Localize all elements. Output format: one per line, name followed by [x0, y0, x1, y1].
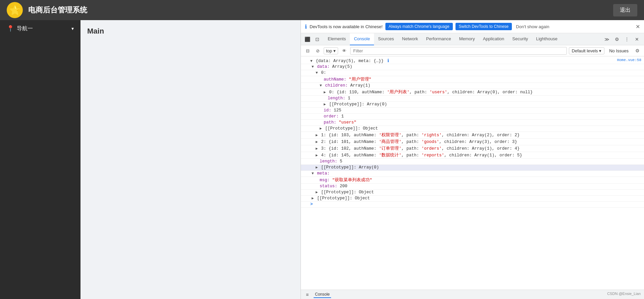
- console-entry-proto-obj3: ▶ [[Prototype]]: Object: [301, 196, 644, 202]
- console-entry-proto-array: ▶ [[Prototype]]: Array(0): [301, 102, 644, 108]
- devtools-device-icon[interactable]: ⊡: [313, 35, 322, 44]
- console-value: 200: [340, 184, 347, 189]
- console-key: authName:: [324, 77, 349, 82]
- nav-arrow-icon: ▾: [71, 26, 74, 31]
- tab-network[interactable]: Network: [398, 33, 422, 45]
- overflow-menu-icon[interactable]: ⋮: [623, 35, 631, 44]
- expand-arrow[interactable]: ▶: [316, 153, 318, 157]
- devtools-tab-bar: ⬛ ⊡ Elements Console Sources Network Per…: [301, 33, 644, 45]
- clear-console-icon[interactable]: ⊘: [314, 47, 322, 55]
- collapse-arrow[interactable]: ▼: [310, 59, 313, 63]
- console-prompt-symbol: >: [310, 202, 313, 207]
- tab-security[interactable]: Security: [508, 33, 532, 45]
- expand-arrow[interactable]: ▶: [320, 126, 322, 131]
- sidebar-item-nav1[interactable]: 📍 导航一 ▾: [0, 20, 80, 37]
- console-entry-item1: ▶ 1: {id: 103, authName: '权限管理', path: '…: [301, 132, 644, 139]
- console-context-selector[interactable]: top ▾: [324, 47, 338, 54]
- tab-performance[interactable]: Performance: [422, 33, 455, 45]
- sidebar-nav-label: 导航一: [17, 25, 69, 32]
- console-filter-input[interactable]: [350, 47, 567, 55]
- console-key: status:: [320, 184, 340, 189]
- notification-close-icon[interactable]: ✕: [636, 23, 640, 30]
- sidebar: 📍 导航一 ▾: [0, 20, 80, 299]
- console-entry-status: status: 200: [301, 184, 644, 190]
- bottom-bar-menu-icon[interactable]: ≡: [304, 291, 311, 298]
- console-entry-item3: ▶ 3: {id: 102, authName: '订单管理', path: '…: [301, 145, 644, 152]
- tab-application[interactable]: Application: [479, 33, 508, 45]
- collapse-arrow[interactable]: ▼: [312, 65, 314, 69]
- expand-arrow[interactable]: ▶: [312, 196, 314, 200]
- info-icon: ℹ: [305, 23, 307, 30]
- console-value: 125: [334, 108, 341, 113]
- expand-arrow[interactable]: ▶: [316, 140, 318, 144]
- logo-emoji: ⭐: [9, 5, 21, 16]
- devtools-menu-icon[interactable]: ⬛: [303, 35, 312, 44]
- switch-to-chinese-button[interactable]: Switch DevTools to Chinese: [455, 23, 512, 30]
- console-value: 0: {id: 110, authName: '用户列表', path: 'us…: [329, 90, 533, 95]
- settings-icon[interactable]: ⚙: [612, 35, 621, 44]
- no-issues-button[interactable]: No Issues: [606, 48, 631, 54]
- devtools-right-icons: ≫ ⚙ ⋮ ✕: [602, 35, 644, 44]
- main-content: 📍 导航一 ▾ Main ℹ DevTools is now available…: [0, 20, 644, 299]
- console-key: data:: [317, 64, 332, 69]
- console-entry-order: order: 1: [301, 114, 644, 120]
- devtools-notification-bar: ℹ DevTools is now available in Chinese! …: [301, 20, 644, 33]
- bottom-bar-console-tab[interactable]: Console: [314, 291, 331, 298]
- expand-arrow[interactable]: ▶: [324, 90, 326, 94]
- collapse-arrow[interactable]: ▼: [320, 84, 322, 88]
- console-entry-data: ▼ data: Array(5): [301, 64, 644, 70]
- more-tabs-icon[interactable]: ≫: [602, 35, 611, 44]
- context-label: top: [326, 48, 332, 53]
- console-entry-content[interactable]: ▼ {data: Array(5), meta: {…}} ℹ: [310, 58, 617, 63]
- tab-memory[interactable]: Memory: [455, 33, 479, 45]
- expand-arrow[interactable]: ▶: [316, 165, 318, 169]
- page-title: Main: [87, 27, 294, 36]
- tab-lighthouse[interactable]: Lighthouse: [532, 33, 561, 45]
- expand-arrow[interactable]: ▶: [324, 102, 326, 106]
- close-devtools-icon[interactable]: ✕: [633, 35, 641, 44]
- tab-sources[interactable]: Sources: [374, 33, 398, 45]
- app-title: 电商后台管理系统: [28, 5, 87, 15]
- dont-show-again-link[interactable]: Don't show again: [516, 24, 549, 29]
- console-entry-item4: ▶ 4: {id: 145, authName: '数据统计', path: '…: [301, 152, 644, 159]
- sidebar-toggle-icon[interactable]: ⊟: [304, 47, 312, 55]
- console-key: 0:: [321, 70, 326, 75]
- console-key: msg:: [320, 178, 332, 183]
- console-value: 3: {id: 102, authName: '订单管理', path: 'or…: [321, 146, 520, 151]
- console-key: meta:: [317, 171, 330, 176]
- console-entry-msg: msg: "获取菜单列表成功": [301, 177, 644, 184]
- tab-console[interactable]: Console: [350, 33, 374, 45]
- console-entry-meta: ▼ meta:: [301, 171, 644, 177]
- tab-elements[interactable]: Elements: [324, 33, 350, 45]
- console-value: 2: {id: 101, authName: '商品管理', path: 'go…: [321, 140, 517, 144]
- devtools-panel: ℹ DevTools is now available in Chinese! …: [301, 20, 644, 299]
- console-entry-child0: ▶ 0: {id: 110, authName: '用户列表', path: '…: [301, 89, 644, 96]
- expand-arrow[interactable]: ▶: [316, 133, 318, 137]
- logout-button[interactable]: 退出: [613, 4, 637, 16]
- console-value: 1: {id: 103, authName: '权限管理', path: 'ri…: [321, 133, 520, 138]
- console-toolbar: ⊟ ⊘ top ▾ 👁 Default levels ▾ No Issues ⚙: [301, 45, 644, 56]
- always-match-language-button[interactable]: Always match Chrome's language: [385, 23, 453, 30]
- console-value: 5: [340, 159, 342, 164]
- console-value: Array(5): [332, 64, 352, 69]
- console-value: [[Prototype]]: Array(0): [329, 102, 387, 107]
- console-key: length:: [320, 159, 340, 164]
- collapse-arrow[interactable]: ▼: [316, 71, 318, 75]
- context-arrow-icon: ▾: [333, 48, 336, 53]
- console-entry-children: ▼ children: Array(1): [301, 83, 644, 89]
- console-entry-0: ▼ 0:: [301, 70, 644, 76]
- console-settings-icon[interactable]: ⚙: [633, 47, 641, 55]
- expand-arrow[interactable]: ▶: [316, 146, 318, 151]
- console-value: [[Prototype]]: Object: [321, 190, 374, 195]
- collapse-arrow[interactable]: ▼: [312, 171, 314, 176]
- console-entry-item2: ▶ 2: {id: 101, authName: '商品管理', path: '…: [301, 139, 644, 145]
- source-link[interactable]: Home.vue:58: [617, 58, 641, 62]
- console-text: {data: Array(5), meta: {…}}: [316, 59, 384, 63]
- console-value: 1: [341, 114, 344, 119]
- expand-arrow[interactable]: ▶: [316, 190, 318, 194]
- app-logo: ⭐: [7, 2, 23, 18]
- page-content: Main: [80, 20, 301, 299]
- default-levels-button[interactable]: Default levels ▾: [569, 47, 605, 54]
- eye-icon[interactable]: 👁: [340, 47, 348, 55]
- app-header: ⭐ 电商后台管理系统 退出: [0, 0, 644, 20]
